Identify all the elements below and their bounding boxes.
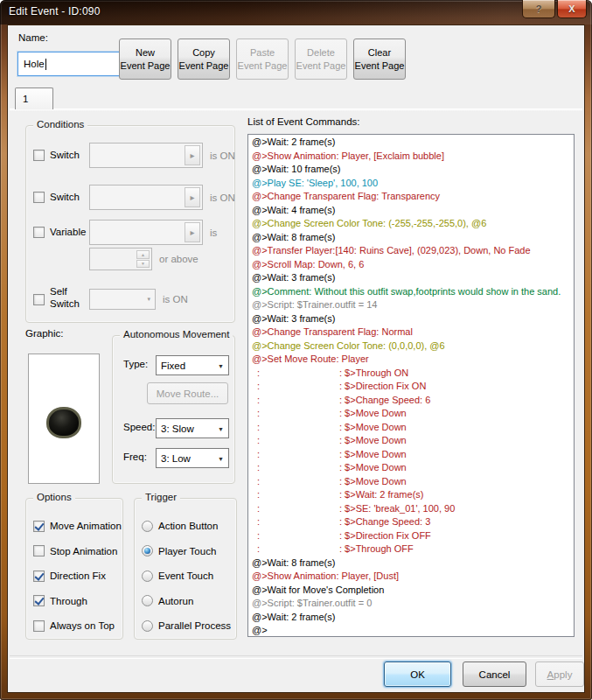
variable-value-suffix: or above [159,254,198,264]
variable-checkbox[interactable] [33,227,45,238]
event-command-line[interactable]: : $>Move Down [252,475,574,489]
spin-up-icon[interactable]: ▲ [136,250,150,259]
event-command-line[interactable]: @>Wait: 3 frame(s) [252,271,574,285]
options-title: Options [33,492,75,502]
spin-down-icon[interactable]: ▼ [136,260,150,269]
event-command-line[interactable]: : $>Change Speed: 6 [252,394,574,408]
self-switch-checkbox[interactable] [33,294,45,305]
checkbox-always-on-top[interactable] [33,620,45,632]
event-command-line[interactable]: @>Wait: 4 frame(s) [252,204,574,218]
movement-type-select[interactable]: Fixed ▼ [156,355,229,375]
event-command-line[interactable]: @>Wait: 2 frame(s) [252,611,574,625]
label-autorun: Autorun [158,596,193,606]
radio-parallel-process[interactable] [142,620,153,632]
name-label: Name: [18,32,48,43]
event-command-line[interactable]: : $>Move Down [252,421,574,435]
switch2-checkbox[interactable] [33,192,45,203]
event-command-line[interactable]: @>Wait for Move's Completion [252,584,574,598]
event-command-line[interactable]: : $>Direction Fix OFF [252,529,574,543]
label-stop-animation: Stop Animation [50,546,117,556]
apply-button[interactable]: Apply [535,662,584,687]
switch1-select[interactable]: ▸ [89,143,203,168]
switch2-select[interactable]: ▸ [89,185,203,210]
event-command-line[interactable]: @>Wait: 2 frame(s) [252,136,574,150]
chevron-down-icon: ▼ [218,455,224,461]
dialog-client-area: Name: Hole New Event PageCopy Event Page… [7,24,585,693]
checkbox-move-animation[interactable] [33,521,45,532]
options-list: Move AnimationStop AnimationDirection Fi… [33,520,121,645]
move-route-button[interactable]: Move Route... [147,382,228,404]
delete-event-page-button[interactable]: Delete Event Page [295,38,347,80]
variable-value-spinner[interactable]: ▲ ▼ [89,248,152,270]
event-command-line[interactable]: @>Script: $Trainer.outfit = 0 [252,597,574,611]
event-command-line[interactable]: : $>Move Down [252,461,574,475]
event-command-line[interactable]: @>Show Animation: Player, [Exclaim bubbl… [252,150,574,164]
tab-page-1[interactable]: 1 [15,88,53,109]
movement-freq-select[interactable]: 3: Low ▼ [156,448,229,468]
switch2-label: Switch [50,192,80,202]
event-command-line[interactable]: @>Script: $Trainer.outfit = 14 [252,298,574,312]
event-command-line[interactable]: @>Change Screen Color Tone: (0,0,0,0), @… [252,340,574,354]
label-action-button: Action Button [158,521,218,531]
chevron-down-icon: ▼ [218,362,224,368]
label-parallel-process: Parallel Process [158,620,231,631]
event-command-line[interactable]: : $>Move Down [252,407,574,421]
event-command-line[interactable]: : $>Move Down [252,434,574,448]
event-command-line[interactable]: : $>Direction Fix ON [252,380,574,394]
event-command-line[interactable]: @>Change Transparent Flag: Normal [252,326,574,340]
event-command-line[interactable]: @> [252,624,574,637]
radio-autorun[interactable] [142,595,153,606]
trigger-row-action-button: Action Button [142,520,234,532]
event-commands-list[interactable]: @>Wait: 2 frame(s)@>Show Animation: Play… [247,134,575,637]
event-command-line[interactable]: : $>Wait: 2 frame(s) [252,488,574,502]
event-command-line[interactable]: @>Comment: Without this outfit swap,foot… [252,285,574,299]
freq-label: Freq: [123,452,147,462]
event-command-line[interactable]: @>Wait: 10 frame(s) [252,163,574,177]
event-command-line[interactable]: @>Transfer Player:[140: Ruins Cave], (02… [252,244,574,258]
help-button[interactable]: ? [522,0,555,18]
event-command-line[interactable]: : $>Move Down [252,448,574,462]
clear-event-page-button[interactable]: Clear Event Page [353,38,406,80]
event-command-line[interactable]: @>Change Screen Color Tone: (-255,-255,-… [252,217,574,231]
event-command-line[interactable]: @>Wait: 8 frame(s) [252,231,574,245]
self-switch-select[interactable]: ▾ [89,289,156,310]
movement-speed-select[interactable]: 3: Slow ▼ [156,418,229,438]
event-command-line[interactable]: @>Wait: 3 frame(s) [252,312,574,326]
spinner-buttons: ▲ ▼ [136,250,150,268]
ok-button[interactable]: OK [384,662,451,687]
event-command-line[interactable]: : $>SE: 'break_01', 100, 90 [252,502,574,516]
autonomous-movement-title: Autonomous Movement [120,329,233,340]
variable-select[interactable]: ▸ [89,220,203,245]
checkbox-through[interactable] [33,595,45,606]
event-command-line[interactable]: @>Set Move Route: Player [252,353,574,367]
new-event-page-button[interactable]: New Event Page [119,38,171,80]
checkbox-stop-animation[interactable] [33,545,45,556]
checkbox-direction-fix[interactable] [33,570,45,582]
graphic-selector[interactable] [28,354,100,484]
event-command-line[interactable]: @>Scroll Map: Down, 6, 6 [252,258,574,272]
close-button[interactable]: X [557,0,587,18]
conditions-title: Conditions [33,119,87,130]
autonomous-movement-group: Autonomous Movement Type: Fixed ▼ Move R… [112,335,235,484]
event-command-line[interactable]: : $>Through OFF [252,542,574,556]
event-command-line[interactable]: : $>Through ON [252,367,574,381]
event-command-line[interactable]: @>Change Transparent Flag: Transparency [252,190,574,204]
radio-action-button[interactable] [142,521,153,532]
paste-event-page-button[interactable]: Paste Event Page [236,38,289,80]
radio-event-touch[interactable] [142,570,153,582]
event-command-line[interactable]: @>Play SE: 'Sleep', 100, 100 [252,177,574,191]
switch1-checkbox[interactable] [33,150,45,161]
event-command-line[interactable]: : $>Change Speed: 3 [252,515,574,529]
titlebar[interactable]: Edit Event - ID:090 ? X [0,0,592,24]
copy-event-page-button[interactable]: Copy Event Page [178,38,230,80]
event-command-line[interactable]: @>Wait: 8 frame(s) [252,556,574,570]
option-row-direction-fix: Direction Fix [33,570,121,582]
event-command-line[interactable]: @>Show Animation: Player, [Dust] [252,570,574,584]
option-row-move-animation: Move Animation [33,520,121,532]
trigger-list: Action ButtonPlayer TouchEvent TouchAuto… [142,520,234,645]
self-switch-label: Self Switch [50,286,87,311]
radio-player-touch[interactable] [142,545,153,556]
event-name-input[interactable]: Hole [17,52,131,76]
question-icon: ? [536,4,542,14]
cancel-button[interactable]: Cancel [463,662,526,687]
